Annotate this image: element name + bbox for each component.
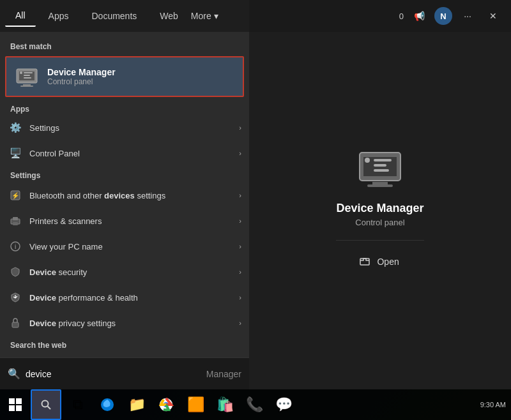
device-security-post: security (56, 267, 87, 277)
search-results-content: Best match (0, 32, 249, 357)
menu-item-device-performance[interactable]: Device performance & health › (0, 285, 249, 310)
settings-icon: ⚙️ (8, 120, 23, 135)
open-label: Open (377, 257, 399, 267)
notification-count: 0 (399, 11, 404, 21)
chevron-right-icon-7: › (239, 294, 241, 301)
taskbar: ⧉ 📁 🟧 🛍️ 📞 💬 9:30 AM (0, 389, 511, 420)
taskbar-app-task-view[interactable]: ⧉ (64, 391, 92, 419)
bluetooth-text-post: settings (135, 191, 165, 200)
tab-apps[interactable]: Apps (38, 6, 79, 26)
control-panel-label: Control Panel (29, 149, 233, 158)
taskbar-search-button[interactable] (31, 389, 61, 420)
svg-line-26 (48, 407, 51, 410)
taskbar-app-office[interactable]: 🟧 (181, 391, 210, 419)
printers-icon (8, 213, 23, 229)
device-manager-icon (14, 64, 40, 89)
search-icon: 🔍 (8, 368, 20, 380)
search-tabs: All Apps Documents Web More ▾ (0, 0, 249, 32)
tab-documents[interactable]: Documents (81, 6, 147, 26)
tab-all[interactable]: All (5, 5, 36, 27)
tab-more[interactable]: More ▾ (191, 11, 218, 21)
svg-rect-7 (20, 86, 33, 87)
chevron-right-icon-5: › (239, 243, 241, 250)
menu-item-settings[interactable]: ⚙️ Settings › (0, 115, 249, 140)
svg-rect-22 (372, 182, 388, 184)
svg-rect-4 (24, 75, 30, 76)
speaker-icon[interactable]: 📢 (409, 6, 429, 26)
detail-panel: 0 📢 N ··· ✕ (249, 0, 511, 389)
menu-item-printers[interactable]: Printers & scanners › (0, 208, 249, 234)
taskbar-app-chrome[interactable] (152, 391, 180, 419)
open-icon (359, 255, 370, 269)
svg-point-25 (42, 401, 49, 407)
chevron-right-icon-2: › (239, 149, 241, 157)
taskbar-time: 9:30 AM (480, 401, 506, 409)
chevron-right-icon-6: › (239, 268, 241, 276)
bluetooth-label: Bluetooth and other devices settings (29, 191, 233, 200)
desktop: 🗑️ Recycle Bin 💻 This P... 📄 Foxit Re...… (0, 0, 511, 420)
chevron-right-icon-8: › (239, 319, 241, 327)
apps-section-label: Apps (0, 100, 249, 115)
detail-divider (336, 240, 423, 241)
svg-rect-12 (13, 222, 18, 225)
taskbar-app-edge[interactable] (93, 391, 121, 419)
chevron-right-icon-4: › (239, 217, 241, 225)
menu-item-bluetooth[interactable]: ⚡ Bluetooth and other devices settings › (0, 183, 249, 208)
taskbar-right: 9:30 AM (480, 401, 511, 409)
device-security-icon (8, 264, 23, 280)
best-match-title-rest: Manager (79, 67, 116, 77)
device-performance-post: performance & health (56, 293, 138, 303)
best-match-section-label: Best match (0, 37, 249, 54)
svg-rect-11 (13, 217, 18, 220)
svg-rect-19 (374, 159, 392, 161)
menu-item-device-security[interactable]: Device security › (0, 259, 249, 285)
search-results-panel: All Apps Documents Web More ▾ Best match (0, 0, 249, 389)
taskbar-app-skype[interactable]: 📞 (240, 391, 268, 419)
svg-point-18 (365, 158, 370, 163)
windows-logo-icon (9, 398, 22, 411)
chevron-down-icon: ▾ (214, 11, 218, 21)
best-match-title: Device Manager (47, 67, 116, 77)
svg-rect-24 (360, 259, 369, 265)
svg-rect-6 (23, 84, 31, 86)
close-button[interactable]: ✕ (483, 6, 503, 26)
pc-name-label: View your PC name (29, 242, 233, 251)
device-privacy-label: Device privacy settings (29, 319, 233, 328)
device-privacy-bold: Device (29, 319, 56, 328)
web-search-item[interactable]: 🔍 device - See web results › (0, 352, 249, 357)
svg-text:i: i (15, 243, 16, 250)
best-match-text: Device Manager Control panel (47, 67, 116, 86)
search-input[interactable] (26, 369, 201, 379)
search-placeholder-text: Manager (206, 369, 241, 379)
taskbar-app-explorer[interactable]: 📁 (123, 391, 151, 419)
open-button[interactable]: Open (349, 251, 436, 273)
best-match-item-device-manager[interactable]: Device Manager Control panel (5, 56, 244, 97)
device-privacy-post: privacy settings (56, 319, 116, 328)
control-panel-icon: 🖥️ (8, 146, 23, 161)
taskbar-apps: ⧉ 📁 🟧 🛍️ 📞 💬 (61, 389, 480, 420)
detail-title: Device Manager (336, 202, 423, 215)
chevron-right-icon-3: › (239, 191, 241, 199)
svg-point-2 (20, 71, 22, 74)
menu-item-device-privacy[interactable]: Device privacy settings › (0, 310, 249, 336)
device-performance-label: Device performance & health (29, 293, 233, 303)
taskbar-app-line[interactable]: 💬 (270, 391, 298, 419)
detail-subtitle: Control panel (355, 218, 404, 227)
svg-rect-3 (24, 72, 33, 73)
tab-more-label: More (191, 11, 211, 21)
start-button[interactable] (0, 389, 31, 420)
start-menu: All Apps Documents Web More ▾ Best match (0, 0, 511, 389)
taskbar-app-store[interactable]: 🛍️ (211, 391, 239, 419)
tab-web[interactable]: Web (149, 6, 188, 26)
more-options-button[interactable]: ··· (457, 6, 478, 26)
menu-item-control-panel[interactable]: 🖥️ Control Panel › (0, 140, 249, 166)
svg-text:⚡: ⚡ (11, 191, 20, 200)
svg-rect-15 (12, 322, 19, 327)
user-avatar[interactable]: N (434, 7, 452, 25)
svg-rect-23 (367, 184, 393, 187)
svg-rect-5 (24, 77, 31, 79)
chevron-right-icon: › (239, 124, 241, 131)
bluetooth-icon: ⚡ (8, 188, 23, 203)
menu-item-pc-name[interactable]: i View your PC name › (0, 234, 249, 259)
device-security-label: Device security (29, 267, 233, 277)
